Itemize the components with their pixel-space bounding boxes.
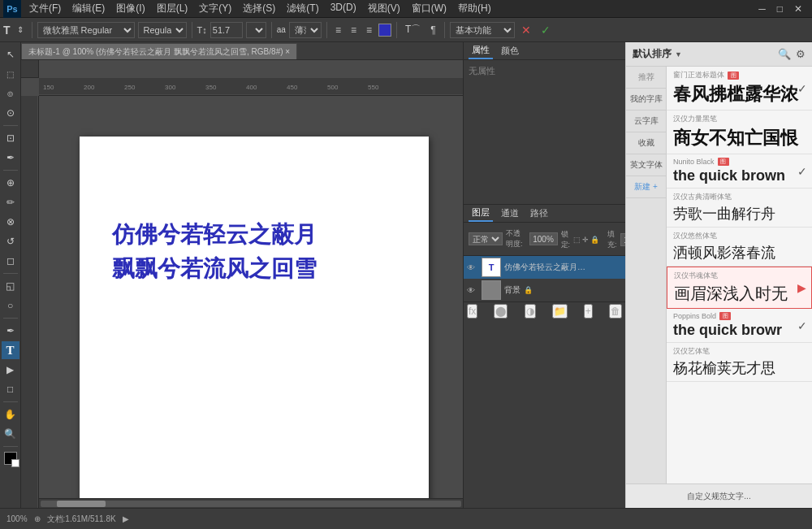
eraser-tool[interactable]: ◻ (2, 252, 19, 270)
font-search-button[interactable]: 🔍 (778, 48, 791, 60)
zoom-tool[interactable]: 🔍 (2, 425, 19, 443)
layer-item-text[interactable]: 👁 T 仿佛兮若轻云之蔽月 飘... (464, 256, 625, 279)
tab-paths[interactable]: 路径 (527, 206, 551, 221)
canvas-scrollbar-horizontal[interactable] (39, 498, 463, 508)
text-color-swatch[interactable] (378, 24, 391, 37)
layer-delete-button[interactable]: 🗑 (609, 304, 622, 319)
orientation-toggle[interactable]: ⇕ (14, 21, 27, 39)
scroll-thumb[interactable] (57, 501, 106, 507)
history-brush-tool[interactable]: ↺ (2, 232, 19, 250)
tab-color[interactable]: 颜色 (498, 43, 522, 59)
menu-text[interactable]: 文字(Y) (194, 0, 236, 17)
tab-channels[interactable]: 通道 (498, 206, 522, 221)
menu-view[interactable]: 视图(V) (363, 0, 405, 17)
opacity-input[interactable] (529, 232, 558, 245)
align-right-button[interactable]: ≡ (363, 21, 375, 39)
font-entry-4[interactable]: 汉仪古典清晰体笔 劳歌一曲解行舟 (667, 189, 812, 228)
crop-tool[interactable]: ⊡ (2, 129, 19, 147)
hand-tool[interactable]: ✋ (2, 405, 19, 423)
clone-tool[interactable]: ⊗ (2, 213, 19, 231)
foreground-color[interactable] (4, 452, 17, 465)
canvas-inner[interactable]: 仿佛兮若轻云之蔽月 飘飘兮若流风之回雪 (39, 96, 463, 508)
layer-bg-visibility-eye[interactable]: 👁 (467, 286, 478, 295)
move-tool[interactable]: ↖ (2, 46, 19, 63)
layer-group-button[interactable]: 📁 (552, 304, 568, 319)
font-entry-8[interactable]: 汉仪艺体笔 杨花榆荚无才思 (667, 343, 812, 382)
document-tab[interactable]: 未标题-1 @ 100% (仿佛兮若轻云之蔽月 飘飘兮若流风之回雪, RGB/8… (21, 43, 297, 59)
eyedropper-tool[interactable]: ✒ (2, 149, 19, 167)
anti-alias-select[interactable]: 薄薄 (289, 22, 322, 38)
confirm-edit-button[interactable]: ✓ (538, 21, 554, 39)
sort-dropdown-icon[interactable]: ▼ (675, 50, 682, 59)
tool-separator-5 (3, 401, 18, 402)
tab-properties[interactable]: 属性 (469, 42, 493, 59)
canvas-text-line1: 仿佛兮若轻云之蔽月 (112, 218, 317, 252)
cat-cloud[interactable]: 云字库 (626, 111, 666, 132)
font-entry-1[interactable]: 窗门正道标题体 图 春风拂槛露华浓 ✓ (667, 67, 812, 111)
font-entry-3[interactable]: Nunito Black 图 the quick brown ✓ (667, 154, 812, 189)
scroll-track (41, 501, 461, 507)
cat-my-library[interactable]: 我的字库 (626, 89, 666, 111)
layer-visibility-eye[interactable]: 👁 (467, 263, 478, 272)
layer-new-button[interactable]: + (584, 304, 593, 319)
font-panel-footer[interactable]: 自定义规范文字... (626, 483, 812, 508)
type-tool[interactable]: T (2, 341, 19, 359)
gradient-tool[interactable]: ◱ (2, 277, 19, 295)
quick-select-tool[interactable]: ⊙ (2, 104, 19, 122)
cat-collection[interactable]: 收藏 (626, 132, 666, 154)
select-rect-tool[interactable]: ⬚ (2, 65, 19, 83)
lock-pixels-icon[interactable]: ⬚ (573, 236, 581, 244)
layer-adjust-button[interactable]: ◑ (525, 304, 536, 319)
workspace-select[interactable]: 基本功能 (450, 22, 515, 38)
font-size-input[interactable] (210, 22, 243, 38)
menu-select[interactable]: 选择(S) (238, 0, 280, 17)
font-entry-7[interactable]: Poppins Bold 图 the quick browr ✓ (667, 309, 812, 343)
font-entry-5[interactable]: 汉仪悠然体笔 洒顿风影落春流 (667, 228, 812, 267)
font-style-select[interactable]: Regular (138, 22, 187, 38)
canvas-text[interactable]: 仿佛兮若轻云之蔽月 飘飘兮若流风之回雪 (112, 218, 317, 286)
align-center-button[interactable]: ≡ (348, 21, 360, 39)
font-unit-select[interactable]: 点 (246, 22, 266, 38)
spot-heal-tool[interactable]: ⊕ (2, 174, 19, 192)
maximize-button[interactable]: □ (774, 0, 786, 18)
path-select-tool[interactable]: ▶ (2, 361, 19, 379)
lock-position-icon[interactable]: ✛ (582, 236, 589, 244)
font-filter-button[interactable]: ⚙ (796, 48, 806, 60)
pen-tool[interactable]: ✒ (2, 322, 19, 340)
menu-help[interactable]: 帮助(H) (453, 0, 496, 17)
menu-file[interactable]: 文件(F) (24, 0, 66, 17)
lock-all-icon[interactable]: 🔒 (590, 236, 599, 244)
char-panel-button[interactable]: ¶ (427, 21, 438, 39)
align-left-button[interactable]: ≡ (332, 21, 344, 39)
layer-item-background[interactable]: 👁 背景 🔒 (464, 279, 625, 301)
cancel-edit-button[interactable]: ✕ (518, 21, 534, 39)
font-check-3: ✓ (797, 165, 807, 178)
font-family-select[interactable]: 微软雅黑 Regular (37, 22, 135, 38)
minimize-button[interactable]: ─ (755, 0, 769, 18)
font-entry-6[interactable]: 汉仪书魂体笔 画眉深浅入时无 ▶ (667, 267, 812, 309)
tool-separator-2 (3, 170, 18, 171)
font-entry-2[interactable]: 汉仪力量黑笔 商女不知亡国恨 (667, 111, 812, 154)
cat-english[interactable]: 英文字体 (626, 154, 666, 176)
warp-text-button[interactable]: T⌒ (402, 21, 424, 39)
layer-mask-button[interactable]: ⬤ (494, 304, 508, 319)
lasso-tool[interactable]: ⌾ (2, 85, 19, 102)
menu-3d[interactable]: 3D(D) (326, 0, 361, 17)
menu-image[interactable]: 图像(I) (111, 0, 149, 17)
cat-recommended[interactable]: 推荐 (626, 67, 666, 89)
layer-fx-button[interactable]: fx (467, 304, 477, 319)
menu-edit[interactable]: 编辑(E) (67, 0, 110, 17)
background-color[interactable] (11, 459, 19, 467)
close-button[interactable]: ✕ (791, 0, 806, 18)
shape-tool[interactable]: □ (2, 380, 19, 398)
canvas-workspace[interactable]: 150 200 250 300 350 400 450 500 550 (21, 60, 463, 508)
menu-filter[interactable]: 滤镜(T) (282, 0, 323, 17)
menu-layer[interactable]: 图层(L) (152, 0, 193, 17)
tab-layers[interactable]: 图层 (469, 205, 493, 222)
brush-tool[interactable]: ✏ (2, 193, 19, 211)
menu-window[interactable]: 窗口(W) (407, 0, 451, 17)
dodge-tool[interactable]: ○ (2, 297, 19, 314)
blend-mode-select[interactable]: 正常 (469, 232, 503, 245)
cat-new[interactable]: 新建 + (626, 176, 666, 198)
font-preview-5: 洒顿风影落春流 (673, 243, 806, 262)
